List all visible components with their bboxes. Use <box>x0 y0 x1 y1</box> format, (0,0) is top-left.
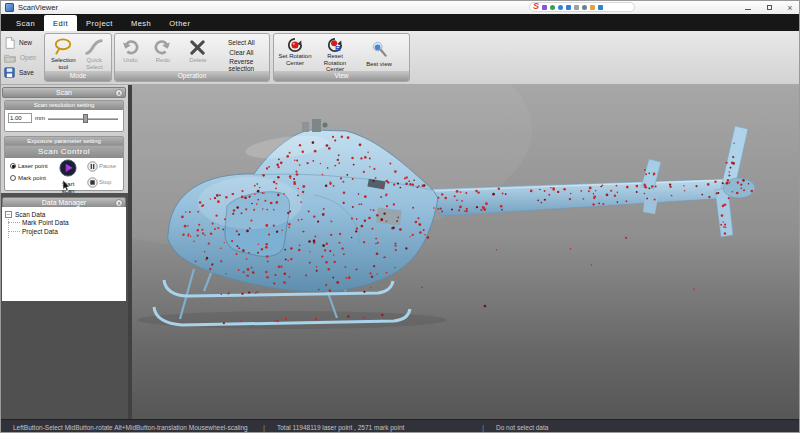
close-button[interactable]: × <box>783 2 797 13</box>
tree-item-project-data[interactable]: Project Data <box>22 228 58 235</box>
main-area: Scan ∧ Scan resolution setting mm Exposu… <box>1 85 800 419</box>
app-title: ScanViewer <box>18 3 58 12</box>
mode-group: Selection tool ▼ Quick Select Mode <box>44 33 112 82</box>
pause-icon <box>87 161 98 172</box>
open-folder-icon <box>4 53 16 63</box>
skin-icon[interactable] <box>590 5 595 10</box>
undo-button[interactable]: Undo <box>117 36 144 65</box>
viewport-3d[interactable] <box>132 85 800 419</box>
toolbox-icon[interactable] <box>598 5 603 10</box>
resolution-title: Scan resolution setting <box>5 101 123 110</box>
mark-point-radio[interactable]: Mark point <box>10 175 46 181</box>
operation-group: Undo Redo Delete Select All Clear Al <box>114 33 270 82</box>
view-group: Set Rotation Center R Reset Rotation Cen… <box>273 33 410 82</box>
tab-other[interactable]: Other <box>160 14 199 31</box>
redo-icon <box>154 37 172 57</box>
tab-mesh[interactable]: Mesh <box>122 14 160 31</box>
app-window: ScanViewer S × Scan Edit Project Mesh Ot… <box>0 0 800 433</box>
sidebar: Scan ∧ Scan resolution setting mm Exposu… <box>1 85 128 419</box>
scan-panel-header: Scan ∧ <box>2 87 126 98</box>
voice-icon[interactable] <box>566 5 571 10</box>
resolution-slider[interactable] <box>48 114 120 123</box>
redo-button[interactable]: Redo <box>150 36 177 65</box>
keyboard-icon[interactable] <box>574 5 579 10</box>
lasso-icon <box>53 37 73 57</box>
app-icon <box>5 3 14 12</box>
tab-scan[interactable]: Scan <box>7 14 44 31</box>
quick-select-button[interactable]: Quick Select <box>79 36 109 71</box>
set-rotation-center-button[interactable]: Set Rotation Center <box>276 36 314 67</box>
file-buttons: New Open Save <box>4 35 46 80</box>
ime-toolbar[interactable]: S <box>529 2 635 12</box>
select-all-button[interactable]: Select All <box>220 39 263 46</box>
title-bar: ScanViewer S × <box>1 1 800 14</box>
laser-point-radio[interactable]: Laser point <box>10 163 48 169</box>
pause-button[interactable]: Pause <box>87 161 116 172</box>
scan-control-groupbox: Scan Control Laser point Mark point Star… <box>4 145 124 191</box>
tab-edit[interactable]: Edit <box>44 15 77 31</box>
delete-x-icon <box>189 37 206 57</box>
scan-control-title: Scan Control <box>5 146 123 158</box>
helicopter-model <box>132 85 800 419</box>
new-file-icon <box>4 37 15 49</box>
reset-rotation-center-icon: R <box>327 37 343 53</box>
set-rotation-center-icon <box>287 37 303 53</box>
menu-tab-bar: Scan Edit Project Mesh Other <box>1 14 800 31</box>
quick-select-icon <box>85 37 103 57</box>
input-mode-icon[interactable] <box>542 5 547 10</box>
open-button[interactable]: Open <box>4 50 46 65</box>
tree-expander-icon[interactable]: − <box>5 211 12 218</box>
start-scan-button[interactable]: Start scan <box>57 159 79 194</box>
window-controls: × <box>741 2 797 13</box>
collapse-scan-button[interactable]: ∧ <box>115 89 123 97</box>
svg-text:R: R <box>335 44 341 53</box>
minimize-button[interactable] <box>741 2 755 13</box>
mouse-hints: LeftButton-Select MidButton-rotate Alt+M… <box>13 424 248 431</box>
delete-button[interactable]: Delete <box>184 36 212 65</box>
account-icon[interactable] <box>582 5 587 10</box>
save-button[interactable]: Save <box>4 65 46 80</box>
new-button[interactable]: New <box>4 35 46 50</box>
start-scan-icon <box>59 159 77 177</box>
best-view-icon <box>371 41 388 57</box>
reset-rotation-center-button[interactable]: R Reset Rotation Center <box>314 36 356 74</box>
resolution-slider-handle[interactable] <box>83 114 88 123</box>
resolution-unit: mm <box>35 115 45 121</box>
maximize-button[interactable] <box>762 2 776 13</box>
stop-button[interactable]: Stop <box>87 177 111 188</box>
clear-all-button[interactable]: Clear All <box>220 49 263 56</box>
point-totals: Total 11948119 laser point , 2571 mark p… <box>277 424 404 431</box>
tree-item-scan-data[interactable]: Scan Data <box>15 211 45 218</box>
tab-project[interactable]: Project <box>77 14 122 31</box>
ime-logo-icon[interactable]: S <box>533 2 539 11</box>
selection-status: Do not select data <box>496 424 548 431</box>
save-disk-icon <box>4 67 15 78</box>
handwriting-icon[interactable] <box>550 5 555 10</box>
collapse-data-manager-button[interactable]: ∧ <box>115 199 123 207</box>
resolution-input[interactable] <box>8 113 32 123</box>
symbol-icon[interactable] <box>558 5 563 10</box>
stop-icon <box>87 177 98 188</box>
status-bar: LeftButton-Select MidButton-rotate Alt+M… <box>1 419 800 433</box>
tree-item-mark-point-data[interactable]: Mark Point Data <box>22 219 69 226</box>
ribbon: New Open Save Selection tool ▼ <box>1 31 800 85</box>
undo-icon <box>121 37 139 57</box>
data-manager-tree: − Scan Data Mark Point Data Project Data <box>2 207 126 301</box>
resolution-groupbox: Scan resolution setting mm <box>4 100 124 132</box>
best-view-button[interactable]: Best view <box>356 36 402 69</box>
